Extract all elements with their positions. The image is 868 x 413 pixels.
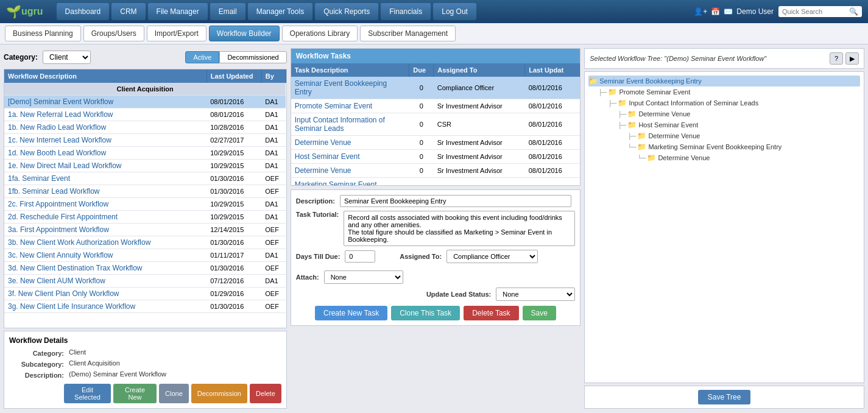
nav-email[interactable]: Email [210,3,245,20]
task-link[interactable]: Marketing Seminar Event Bookkeeping Entr… [295,180,377,185]
search-box: 🔍 [778,6,862,17]
save-tree-button[interactable]: Save Tree [698,390,751,404]
workflow-link[interactable]: 2c. First Appointment Workflow [8,200,108,208]
workflow-list-item[interactable]: 1fa. Seminar Event 01/30/2016 OEF [4,172,286,185]
days-till-due-input[interactable] [345,250,375,263]
workflow-link[interactable]: 1b. New Radio Lead Workflow [8,123,106,132]
assigned-to-select[interactable]: Compliance Officer Sr Investment Advisor… [446,250,538,263]
workflow-list-item[interactable]: 3g. New Client Life Insurance Workflow 0… [4,300,286,313]
workflow-list-item[interactable]: 3f. New Client Plan Only Workflow 01/29/… [4,288,286,300]
task-link[interactable]: Input Contact Information of Seminar Lea… [295,116,385,133]
task-row[interactable]: Promote Seminar Event 0 Sr Investment Ad… [291,99,580,113]
subnav-workflow-builder[interactable]: Workflow Builder [209,26,280,41]
workflow-link[interactable]: 1fb. Seminar Lead Workflow [8,187,100,196]
workflow-list-item[interactable]: 2d. Reschedule First Appointment 10/29/2… [4,211,286,224]
create-new-task-button[interactable]: Create New Task [315,306,387,320]
workflow-link[interactable]: 3f. New Client Plan Only Workflow [8,289,119,298]
workflow-list-item[interactable]: 1c. New Internet Lead Workflow 02/27/201… [4,134,286,147]
workflow-list-item[interactable]: 3b. New Client Work Authorization Workfl… [4,236,286,249]
tree-node-item[interactable]: └─ 📁 Determine Venue [588,152,860,163]
delete-task-button[interactable]: Delete Task [464,306,518,320]
workflow-list-item[interactable]: 2c. First Appointment Workflow 10/29/201… [4,198,286,211]
tree-node-item[interactable]: └─ 📁 Marketing Seminar Event Bookkeeping… [588,141,860,152]
task-row[interactable]: Marketing Seminar Event Bookkeeping Entr… [291,178,580,186]
tree-expand-button[interactable]: ▶ [845,52,859,65]
create-new-workflow-button[interactable]: Create New [113,384,157,403]
workflow-list-item[interactable]: 1e. New Direct Mail Lead Workflow 10/29/… [4,160,286,172]
subnav-groups-users[interactable]: Groups/Users [83,26,144,41]
workflow-list-item[interactable]: [Demo] Seminar Event Workflow 08/01/2016… [4,96,286,108]
nav-file-manager[interactable]: File Manager [148,3,208,20]
task-link[interactable]: Host Seminar Event [295,152,360,161]
workflow-link[interactable]: 1d. New Booth Lead Workflow [8,149,106,157]
search-icon[interactable]: 🔍 [849,7,858,16]
task-link[interactable]: Determine Venue [295,166,351,175]
nav-dashboard[interactable]: Dashboard [57,3,110,20]
workflow-link[interactable]: 1a. New Referral Lead Workflow [8,110,113,119]
tree-node-item[interactable]: ├─ 📁 Host Seminar Event [588,119,860,130]
workflow-link[interactable]: 2d. Reschedule First Appointment [8,213,118,221]
category-select[interactable]: Client [43,51,91,64]
task-link[interactable]: Determine Venue [295,138,351,147]
search-input[interactable] [782,8,849,15]
workflow-name-cell: 3g. New Client Life Insurance Workflow [4,300,206,313]
tree-node-item[interactable]: ├─ 📁 Determine Venue [588,108,860,119]
decommission-button[interactable]: Decommission [191,384,247,403]
folder-icon: 📁 [618,99,627,107]
workflow-link[interactable]: 3e. New Client AUM Workflow [8,277,105,285]
nav-manager-tools[interactable]: Manager Tools [248,3,313,20]
workflow-link[interactable]: 3b. New Client Work Authorization Workfl… [8,238,150,247]
task-row[interactable]: Seminar Event Bookkeeping Entry 0 Compli… [291,77,580,99]
attach-select[interactable]: None [324,270,403,284]
clone-task-button[interactable]: Clone This Task [391,306,460,320]
workflow-list-item[interactable]: 1d. New Booth Lead Workflow 10/29/2015 D… [4,147,286,160]
workflow-link[interactable]: 3a. First Appointment Workflow [8,225,109,234]
task-row[interactable]: Determine Venue 0 Sr Investment Advisor … [291,136,580,150]
tree-node-item[interactable]: ├─ 📁 Input Contact Information of Semina… [588,97,860,108]
subnav-import-export[interactable]: Import/Export [147,26,206,41]
workflow-list-item[interactable]: 3e. New Client AUM Workflow 07/12/2016 D… [4,275,286,288]
tree-node-item[interactable]: ├─ 📁 Promote Seminar Event [588,86,860,97]
edit-selected-button[interactable]: Edit Selected [64,384,111,403]
task-tutorial-textarea[interactable]: Record all costs associated with booking… [344,211,575,246]
workflow-link[interactable]: 3g. New Client Life Insurance Workflow [8,302,135,311]
add-user-icon[interactable]: 👤+ [694,7,707,16]
task-description-input[interactable] [340,195,571,207]
workflow-link[interactable]: 1fa. Seminar Event [8,174,70,183]
nav-crm[interactable]: CRM [111,3,145,20]
calendar-icon[interactable]: 📅 [711,7,720,16]
subnav-subscriber-management[interactable]: Subscriber Management [360,26,456,41]
decommissioned-toggle-btn[interactable]: Decommissioned [219,51,286,63]
workflow-list-item[interactable]: 3c. New Client Annuity Workflow 01/11/20… [4,249,286,262]
subnav-business-planning[interactable]: Business Planning [5,26,81,41]
workflow-list-item[interactable]: 3a. First Appointment Workflow 12/14/201… [4,224,286,236]
workflow-link[interactable]: 3d. New Client Destination Trax Workflow [8,264,143,272]
task-link[interactable]: Promote Seminar Event [295,102,372,110]
update-lead-status-select[interactable]: None [496,288,575,301]
tree-node-item[interactable]: ├─ 📁 Determine Venue [588,130,860,141]
task-link[interactable]: Seminar Event Bookkeeping Entry [295,79,387,96]
workflow-link[interactable]: 3c. New Client Annuity Workflow [8,251,113,259]
delete-workflow-button[interactable]: Delete [250,384,281,403]
workflow-list-item[interactable]: 1fb. Seminar Lead Workflow 01/30/2016 OE… [4,185,286,198]
workflow-link[interactable]: [Demo] Seminar Event Workflow [8,97,113,106]
mail-icon[interactable]: ✉️ [724,7,733,16]
nav-log-out[interactable]: Log Out [433,3,476,20]
workflow-list-item[interactable]: 1b. New Radio Lead Workflow 10/28/2016 D… [4,121,286,134]
tree-help-button[interactable]: ? [830,52,843,65]
subnav-operations-library[interactable]: Operations Library [282,26,358,41]
nav-quick-reports[interactable]: Quick Reports [315,3,378,20]
tree-node-item[interactable]: 📁 Seminar Event Bookkeeping Entry [588,76,860,86]
workflow-list-item[interactable]: 1a. New Referral Lead Workflow 08/01/201… [4,108,286,121]
save-task-button[interactable]: Save [523,306,556,320]
task-row[interactable]: Determine Venue 0 Sr Investment Advisor … [291,164,580,178]
task-row[interactable]: Host Seminar Event 0 Sr Investment Advis… [291,150,580,164]
workflow-list-item[interactable]: 3d. New Client Destination Trax Workflow… [4,262,286,275]
clone-workflow-button[interactable]: Clone [159,384,189,403]
task-row[interactable]: Input Contact Information of Seminar Lea… [291,113,580,136]
workflow-link[interactable]: 1e. New Direct Mail Lead Workflow [8,161,122,170]
nav-financials[interactable]: Financials [381,3,431,20]
active-toggle-btn[interactable]: Active [185,51,219,63]
workflow-link[interactable]: 1c. New Internet Lead Workflow [8,136,111,144]
tree-header-buttons: ? ▶ [830,52,859,65]
